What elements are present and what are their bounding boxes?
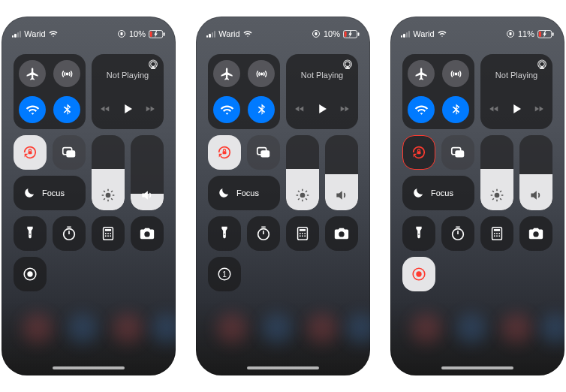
connectivity-module[interactable] [402, 54, 474, 129]
camera-icon [333, 225, 350, 242]
rotation-lock-icon [22, 144, 38, 161]
media-module[interactable]: Not Playing [480, 54, 552, 129]
cellular-toggle[interactable] [248, 60, 275, 87]
flashlight-tile[interactable] [402, 216, 435, 251]
focus-tile[interactable]: Focus [14, 176, 86, 210]
camera-tile[interactable] [325, 216, 358, 251]
svg-rect-8 [29, 151, 32, 154]
airplay-icon[interactable] [342, 59, 354, 71]
volume-slider[interactable] [325, 135, 358, 210]
svg-line-84 [492, 198, 494, 200]
screen-mirroring-tile[interactable] [53, 135, 86, 170]
flashlight-icon [22, 225, 38, 242]
bluetooth-toggle[interactable] [442, 96, 469, 123]
airplane-toggle[interactable] [408, 60, 435, 87]
brightness-slider[interactable] [286, 135, 319, 210]
volume-slider[interactable] [131, 135, 164, 210]
svg-point-29 [107, 235, 109, 237]
control-grid: Not Playing Focus 1 [208, 54, 358, 291]
flashlight-tile[interactable] [208, 216, 241, 251]
battery-pct: 11% [518, 29, 534, 38]
wifi-toggle[interactable] [213, 96, 240, 123]
airplane-icon [26, 67, 40, 81]
battery-icon [149, 30, 165, 38]
now-playing-title: Not Playing [107, 71, 149, 80]
screen-mirroring-tile[interactable] [247, 135, 280, 170]
mirror-icon [61, 144, 77, 161]
airplay-icon[interactable] [536, 59, 548, 71]
prev-button[interactable] [294, 104, 305, 117]
screen-record-tile[interactable] [402, 257, 435, 291]
svg-rect-24 [105, 229, 111, 231]
screen-record-tile[interactable] [14, 257, 47, 291]
svg-point-77 [495, 193, 500, 198]
media-module[interactable]: Not Playing [286, 54, 358, 129]
home-indicator[interactable] [247, 366, 319, 369]
speaker-icon [528, 188, 543, 203]
airplane-toggle[interactable] [213, 60, 240, 87]
moon-icon [23, 186, 36, 200]
cellular-toggle[interactable] [442, 60, 469, 87]
antenna-icon [449, 67, 463, 81]
prev-icon [294, 104, 305, 114]
connectivity-module[interactable] [208, 54, 280, 129]
svg-text:1: 1 [222, 270, 227, 279]
flashlight-tile[interactable] [14, 216, 47, 251]
focus-tile[interactable]: Focus [402, 176, 474, 210]
svg-point-32 [27, 271, 32, 276]
svg-line-19 [111, 191, 113, 192]
play-button[interactable] [510, 102, 523, 119]
rotation-lock-icon [411, 144, 427, 161]
screen-mirroring-tile[interactable] [441, 135, 474, 170]
rotation-lock-tile[interactable] [208, 135, 241, 170]
status-bar: Warid 11% [390, 17, 564, 44]
brightness-slider[interactable] [92, 135, 125, 210]
screen-record-tile[interactable]: 1 [208, 257, 241, 291]
svg-point-96 [498, 235, 500, 237]
airplane-toggle[interactable] [19, 60, 46, 87]
play-icon [510, 102, 523, 116]
calculator-tile[interactable] [286, 216, 319, 251]
calculator-tile[interactable] [92, 216, 125, 251]
rotation-lock-tile[interactable] [14, 135, 47, 170]
svg-point-61 [300, 235, 301, 237]
antenna-icon [60, 67, 74, 81]
home-indicator[interactable] [53, 366, 125, 369]
svg-point-60 [304, 233, 306, 234]
brightness-slider[interactable] [480, 135, 513, 210]
media-module[interactable]: Not Playing [92, 54, 164, 129]
cellular-toggle[interactable] [53, 60, 80, 87]
svg-rect-43 [260, 150, 269, 157]
svg-point-62 [302, 235, 303, 237]
next-button[interactable] [339, 104, 350, 117]
timer-tile[interactable] [441, 216, 474, 251]
camera-tile[interactable] [519, 216, 552, 251]
home-indicator[interactable] [441, 366, 513, 369]
timer-tile[interactable] [247, 216, 280, 251]
play-button[interactable] [315, 102, 329, 119]
connectivity-module[interactable] [14, 54, 86, 129]
bluetooth-toggle[interactable] [53, 96, 80, 123]
airplay-icon[interactable] [147, 59, 159, 71]
calculator-tile[interactable] [480, 216, 513, 251]
prev-button[interactable] [100, 104, 110, 117]
bluetooth-toggle[interactable] [248, 96, 275, 123]
play-button[interactable] [121, 102, 134, 119]
airplane-icon [414, 67, 429, 81]
wifi-toggle[interactable] [19, 96, 46, 123]
volume-slider[interactable] [519, 135, 552, 210]
focus-tile[interactable]: Focus [208, 176, 280, 210]
svg-point-93 [498, 233, 500, 234]
timer-icon [450, 225, 466, 242]
airplane-icon [220, 67, 234, 81]
prev-button[interactable] [489, 104, 499, 117]
next-button[interactable] [534, 104, 544, 117]
next-button[interactable] [145, 104, 155, 117]
camera-tile[interactable] [131, 216, 164, 251]
svg-point-59 [302, 233, 303, 234]
rotation-lock-tile[interactable] [402, 135, 435, 170]
timer-tile[interactable] [53, 216, 86, 251]
record-countdown-icon: 1 [216, 266, 233, 282]
sun-icon [101, 188, 116, 203]
wifi-toggle[interactable] [408, 96, 435, 123]
